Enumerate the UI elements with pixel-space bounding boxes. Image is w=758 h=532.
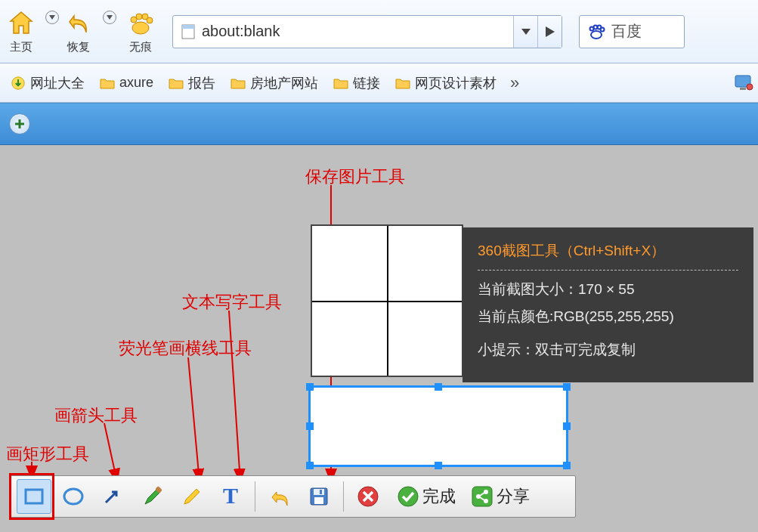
annotation-save: 保存图片工具 [305,165,405,188]
toolbar-separator [343,481,344,512]
save-tool-button[interactable] [302,479,336,514]
bookmark-item-directory[interactable]: 网址大全 [3,71,92,95]
ellipse-icon [62,486,85,507]
tab-strip [0,103,758,145]
share-label: 分享 [497,485,530,508]
annotation-rect: 画矩形工具 [6,443,89,466]
folder-icon [395,76,410,90]
go-button[interactable] [537,16,562,48]
arrow-down-green-icon [11,76,26,90]
new-tab-button[interactable] [9,113,30,135]
arrow-rect-to-tool [0,145,151,523]
tooltip-hint: 小提示：双击可完成复制 [478,340,738,360]
svg-line-18 [188,357,200,482]
svg-text:T: T [223,485,238,508]
svg-point-15 [747,84,753,90]
bookmark-overflow[interactable]: » [510,73,519,93]
folder-icon [230,76,246,90]
page-icon [181,23,196,40]
folder-icon [100,76,115,90]
svg-point-2 [136,14,142,20]
svg-rect-26 [314,489,324,495]
svg-point-22 [64,489,82,504]
cancel-icon [357,485,379,508]
restore-button[interactable]: 恢复 [63,8,94,54]
paw-search-icon [587,23,605,40]
highlighter-tool-button[interactable] [174,479,209,514]
arrow-icon [101,486,124,507]
content-area: 保存图片工具 文本写字工具 荧光笔画横线工具 画箭头工具 画矩形工具 360截图… [0,145,758,529]
svg-point-11 [601,27,605,31]
bookmark-item-axure[interactable]: axure [92,72,161,94]
bookmark-label: 网址大全 [30,74,85,92]
folder-icon [333,76,348,90]
svg-rect-14 [740,88,746,90]
share-button[interactable]: 分享 [465,482,536,511]
annotation-arrow: 画箭头工具 [54,404,138,427]
bookmark-label: axure [119,75,153,91]
magnifier-preview [311,224,463,377]
done-label: 完成 [422,485,456,508]
bookmark-label: 报告 [188,74,215,92]
selection-rectangle[interactable] [308,385,568,467]
screenshot-info-tooltip: 360截图工具（Ctrl+Shift+X） 当前截图大小：170 × 55 当前… [463,227,753,382]
tooltip-color: 当前点颜色:RGB(255,255,255) [478,307,738,326]
tooltip-title: 360截图工具（Ctrl+Shift+X） [478,241,738,271]
undo-tool-button[interactable] [262,479,297,514]
cancel-tool-button[interactable] [351,479,385,514]
search-box[interactable]: 百度 [579,15,685,48]
svg-rect-27 [314,497,323,504]
home-button[interactable]: 主页 [6,8,36,54]
svg-point-0 [132,22,149,34]
arrow-highlight-to-tool [0,145,302,523]
text-tool-button[interactable]: T [213,479,248,514]
svg-rect-21 [26,490,42,503]
bookmark-item-design[interactable]: 网页设计素材 [388,71,504,95]
check-icon [397,485,419,508]
svg-point-30 [398,487,418,506]
rectangle-tool-button[interactable] [17,479,51,514]
home-dropdown[interactable] [45,11,59,24]
svg-rect-6 [182,25,194,29]
bookmark-item-report[interactable]: 报告 [161,71,223,95]
share-icon [471,485,493,508]
bookmark-label: 链接 [353,74,380,92]
address-dropdown[interactable] [513,16,537,48]
floppy-icon [308,486,329,507]
screenshot-toolbar: T 完成 分享 [9,475,576,518]
arrow-arrow-to-tool [0,145,227,523]
svg-point-7 [591,31,602,39]
monitor-icon[interactable] [734,74,755,92]
arrow-text-to-tool [0,145,302,523]
home-icon [6,8,36,39]
address-bar[interactable]: about:blank [173,16,513,48]
undo-icon [268,486,292,507]
folder-icon [169,76,184,90]
ellipse-tool-button[interactable] [56,479,91,514]
undo-icon [63,8,94,39]
bookmark-item-realestate[interactable]: 房地产网站 [223,71,326,95]
pencil-icon [180,486,203,507]
svg-rect-31 [472,487,492,506]
text-icon: T [220,485,241,508]
annotation-highlight: 荧光笔画横线工具 [119,337,252,360]
top-toolbar: 主页 恢复 无痕 about:blank 百度 [0,0,758,63]
plus-icon [14,118,26,130]
toolbar-separator [255,481,255,512]
svg-line-19 [104,423,117,482]
search-engine-name: 百度 [611,21,642,42]
bookmark-item-links[interactable]: 链接 [326,71,388,95]
arrow-tool-button[interactable] [95,479,130,514]
svg-rect-28 [320,490,322,494]
brush-icon [141,486,163,507]
annotation-text: 文本写字工具 [182,291,282,314]
bookmark-label: 房地产网站 [250,74,318,92]
done-button[interactable]: 完成 [391,482,462,511]
tooltip-size: 当前截图大小：170 × 55 [478,280,738,299]
restore-dropdown[interactable] [103,11,116,24]
brush-tool-button[interactable] [135,479,169,514]
incognito-button[interactable]: 无痕 [125,8,156,54]
address-bar-group: about:blank [172,15,562,48]
paw-icon [125,8,156,39]
rectangle-icon [23,486,45,507]
